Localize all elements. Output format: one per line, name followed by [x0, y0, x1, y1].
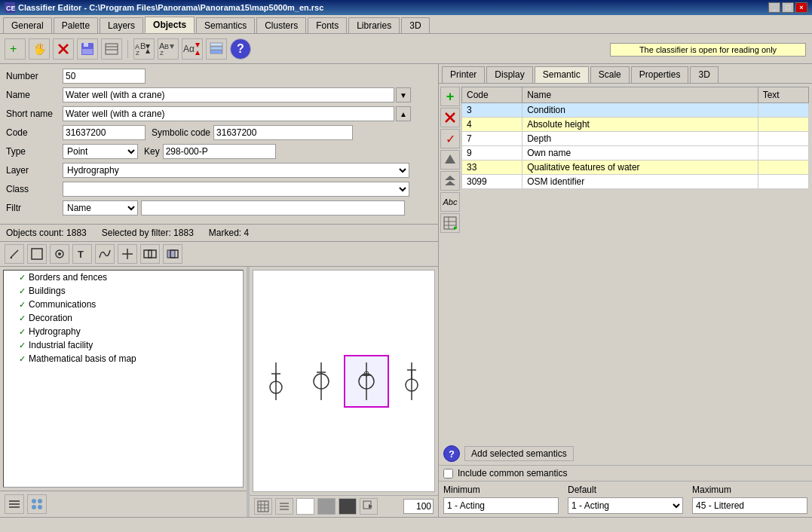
sem-check-btn[interactable]: ✓ [440, 129, 460, 148]
list-btn[interactable] [275, 498, 293, 515]
list-button[interactable] [101, 38, 122, 60]
type-select[interactable]: Point [63, 144, 138, 159]
tree-item-hydrography[interactable]: ✓ Hydrography [4, 325, 243, 338]
symbol-2[interactable] [299, 355, 344, 408]
semantics-help-btn[interactable]: ? [443, 445, 460, 462]
sem-add-btn[interactable]: + [440, 87, 460, 106]
group-left-tool[interactable] [140, 244, 160, 264]
svg-text:CE: CE [6, 5, 15, 12]
table-row[interactable]: 9 Own name [462, 146, 809, 161]
symbol-4[interactable] [389, 355, 434, 408]
save-button[interactable] [77, 38, 98, 60]
close-button[interactable]: × [795, 2, 807, 13]
add-button[interactable]: + [5, 38, 26, 60]
class-select[interactable] [63, 182, 409, 197]
gray-bg-btn[interactable] [317, 498, 336, 515]
sem-remove-btn[interactable] [440, 108, 460, 127]
type-label: Type [6, 146, 63, 157]
cell-code: 4 [462, 118, 522, 132]
pen-tool[interactable] [5, 244, 24, 264]
tree-item-industrial[interactable]: ✓ Industrial facility [4, 338, 243, 352]
tab-objects[interactable]: Objects [145, 17, 195, 33]
sort-az-button[interactable]: A B Z [133, 38, 155, 60]
table-row[interactable]: 4 Absolute height [462, 118, 809, 132]
short-name-input[interactable] [63, 106, 394, 121]
tree-item-communications[interactable]: ✓ Communications [4, 298, 243, 311]
list-view-btn[interactable] [5, 494, 24, 514]
tab-general[interactable]: General [3, 17, 52, 33]
white-bg-btn[interactable] [296, 498, 314, 515]
dark-bg-btn[interactable] [339, 498, 357, 515]
svg-marker-16 [146, 49, 150, 54]
rect-tool[interactable] [27, 244, 47, 264]
svg-marker-23 [195, 50, 200, 55]
tab-3d-right[interactable]: 3D [690, 66, 718, 83]
tab-clusters[interactable]: Clusters [256, 17, 306, 33]
symbol-3[interactable] [344, 355, 389, 408]
tab-layers[interactable]: Layers [100, 17, 143, 33]
tab-semantic[interactable]: Semantic [535, 66, 589, 83]
maximize-button[interactable]: □ [782, 2, 794, 13]
export-btn[interactable] [360, 498, 378, 515]
icon-view-btn[interactable] [27, 494, 47, 514]
include-common-checkbox[interactable] [443, 469, 453, 478]
tab-printer[interactable]: Printer [442, 66, 485, 83]
class-label: Class [6, 184, 63, 194]
curve-tool[interactable] [95, 244, 115, 264]
alpha-button[interactable]: Aα [182, 38, 203, 60]
tree-item-buildings[interactable]: ✓ Buildings [4, 284, 243, 298]
delete-button[interactable] [53, 38, 74, 60]
sem-double-down-btn[interactable] [440, 171, 460, 191]
symbolic-code-input[interactable] [213, 125, 353, 140]
filtr-input[interactable] [141, 200, 405, 216]
group-right-tool[interactable] [163, 244, 182, 264]
tree-item-borders[interactable]: ✓ Borders and fences [4, 271, 243, 284]
table-row[interactable]: 3 Condition [462, 103, 809, 118]
sort-za-button[interactable]: A B Z [158, 38, 179, 60]
sem-abc-btn[interactable]: Abc [440, 192, 460, 212]
grid-btn[interactable] [254, 498, 272, 515]
symbol-1[interactable] [253, 355, 299, 408]
tab-palette[interactable]: Palette [54, 17, 98, 33]
tree-item-mathematical[interactable]: ✓ Mathematical basis of map [4, 352, 243, 365]
tab-scale[interactable]: Scale [590, 66, 630, 83]
tab-fonts[interactable]: Fonts [308, 17, 347, 33]
app-icon: CE [5, 2, 15, 13]
tab-3d[interactable]: 3D [401, 17, 429, 33]
point-tool[interactable] [50, 244, 69, 264]
layer-select[interactable]: Hydrography [63, 163, 409, 178]
short-name-scroll-up[interactable]: ▲ [396, 106, 411, 121]
maximum-input[interactable]: 45 - Littered [692, 497, 807, 514]
short-name-row: Short name ▲ [6, 106, 432, 121]
cross-tool[interactable] [118, 244, 137, 264]
code-input[interactable] [63, 125, 146, 140]
range-row: Minimum 1 - Acting Default 1 - Acting Ma… [439, 481, 812, 517]
tab-semantics[interactable]: Semantics [196, 17, 255, 33]
name-input[interactable] [63, 87, 394, 102]
key-input[interactable] [163, 144, 276, 159]
table-row[interactable]: 33 Qualitative features of water [462, 161, 809, 175]
hand-tool-button[interactable]: 🖐 [29, 38, 50, 60]
tab-properties[interactable]: Properties [631, 66, 689, 83]
number-input[interactable] [63, 69, 146, 84]
tree-item-decoration[interactable]: ✓ Decoration [4, 311, 243, 325]
minimum-input[interactable]: 1 - Acting [443, 497, 559, 514]
semantic-content: + ✓ [439, 84, 812, 517]
zoom-input[interactable]: 100 [403, 499, 434, 514]
add-selected-semantics-btn[interactable]: Add selected semantics [464, 446, 574, 461]
help-button[interactable]: ? [230, 38, 251, 60]
name-scroll-down[interactable]: ▼ [396, 87, 411, 102]
sem-table-btn[interactable]: + [440, 213, 460, 233]
tab-libraries[interactable]: Libraries [348, 17, 400, 33]
table-row[interactable]: 3099 OSM identifier [462, 175, 809, 189]
tab-display[interactable]: Display [486, 66, 532, 83]
text-tool[interactable]: T [72, 244, 92, 264]
symbol-preview-area [253, 270, 435, 492]
layers-button[interactable] [206, 38, 227, 60]
table-row[interactable]: 7 Depth [462, 132, 809, 146]
filtr-select[interactable]: Name [63, 200, 138, 216]
minimize-button[interactable]: _ [768, 2, 780, 13]
default-select[interactable]: 1 - Acting [568, 497, 683, 514]
sem-up-btn[interactable] [440, 150, 460, 170]
svg-text:Z: Z [136, 50, 139, 57]
